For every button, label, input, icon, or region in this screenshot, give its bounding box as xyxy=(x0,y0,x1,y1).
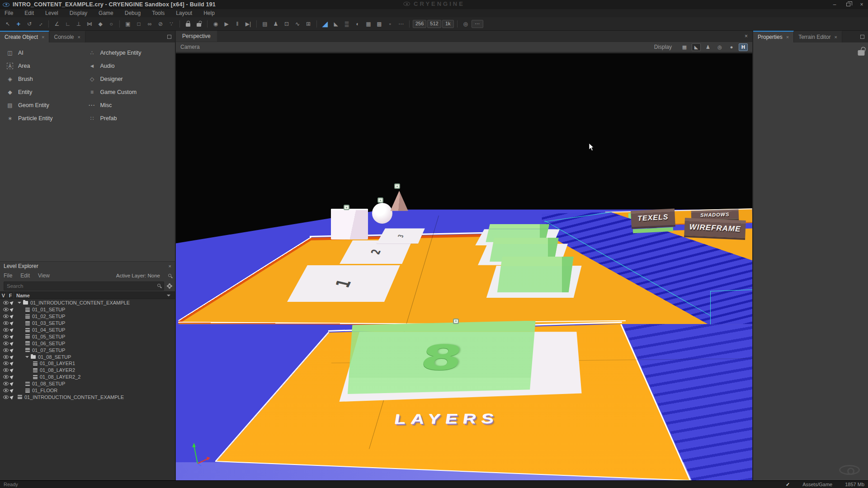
visibility-eye-icon[interactable] xyxy=(3,342,9,345)
grid-toggle[interactable]: ▦ xyxy=(680,43,689,51)
entity-gizmo-icon[interactable] xyxy=(344,205,349,210)
entity-gizmo-icon[interactable] xyxy=(453,319,459,324)
tree-row[interactable]: 01_08_SETUP xyxy=(0,380,175,387)
close-tab-icon[interactable]: × xyxy=(78,34,80,40)
viewport-3d-scene[interactable]: 1 2 3 8 LAYERS TEXELS SHADOWS WIREFRAME xyxy=(176,53,752,480)
freeze-pointer-icon[interactable] xyxy=(9,375,14,380)
close-button[interactable]: × xyxy=(858,1,865,8)
visibility-eye-icon[interactable] xyxy=(3,335,9,338)
snap-vertex[interactable]: ∟ xyxy=(63,19,73,29)
more-tools[interactable]: ⋯ xyxy=(396,19,406,29)
overflow-menu[interactable]: ⋯ xyxy=(472,20,483,28)
terrain-texture[interactable]: ◣ xyxy=(331,19,341,29)
expand-caret-icon[interactable] xyxy=(18,302,21,304)
freeze-pointer-icon[interactable] xyxy=(9,307,14,312)
camera-menu[interactable]: Camera xyxy=(180,44,200,50)
particle-entity[interactable]: ∗ Particle Entity xyxy=(6,115,89,122)
visibility-eye-icon[interactable] xyxy=(3,368,9,372)
link-objects[interactable]: ∞ xyxy=(145,19,155,29)
brush[interactable]: ◈ Brush xyxy=(6,75,89,83)
layers-3d-text[interactable]: LAYERS xyxy=(369,408,525,430)
heightmap-toggle[interactable]: H xyxy=(739,43,748,51)
freeze-pointer-icon[interactable] xyxy=(9,341,14,346)
snap-pivot[interactable]: ◆ xyxy=(95,19,105,29)
render-output[interactable]: ▫ xyxy=(385,19,395,29)
entity[interactable]: ◆ Entity xyxy=(6,89,89,96)
tab-console[interactable]: Console × xyxy=(49,31,85,42)
float-panel-icon[interactable] xyxy=(860,35,864,39)
tree-row[interactable]: 01_INTRODUCTION_CONTENT_EXAMPLE xyxy=(0,394,175,400)
tree-row[interactable]: 01_03_SETUP xyxy=(0,320,175,327)
visibility-eye-icon[interactable] xyxy=(3,355,9,359)
tree-row[interactable]: 01_08_LAYER2_2 xyxy=(0,374,175,380)
close-viewport-icon[interactable]: × xyxy=(745,33,748,39)
res-256[interactable]: 256 xyxy=(413,20,426,28)
wireframe-sign[interactable]: WIREFRAME xyxy=(684,218,746,240)
freeze-pointer-icon[interactable] xyxy=(9,327,14,332)
rotate-tool[interactable]: ↺ xyxy=(24,19,34,29)
tree-row[interactable]: 01_08_LAYER2 xyxy=(0,367,175,374)
freeze-pointer-icon[interactable] xyxy=(9,388,14,393)
ruler-toggle[interactable]: ◣ xyxy=(692,43,701,51)
geom-entity[interactable]: ▤ Geom Entity xyxy=(6,102,89,109)
unlock-icon[interactable] xyxy=(858,50,865,56)
pause-button[interactable]: ‖ xyxy=(232,19,242,29)
preview-sphere[interactable]: ◎ xyxy=(461,19,471,29)
misc[interactable]: ··· Misc xyxy=(89,102,171,109)
search-input[interactable] xyxy=(4,282,164,291)
tree-row[interactable]: 01_06_SETUP xyxy=(0,340,175,347)
green-slab-8[interactable]: 8 xyxy=(348,321,536,394)
snap-terrain[interactable]: ○ xyxy=(106,19,116,29)
freeze-pointer-icon[interactable] xyxy=(9,347,14,352)
restore-button[interactable] xyxy=(844,1,852,8)
tree-row[interactable]: 01_05_SETUP xyxy=(0,333,175,340)
menu-item[interactable]: Game xyxy=(99,10,113,16)
tree-row[interactable]: 01_01_SETUP xyxy=(0,306,175,313)
visibility-eye-icon[interactable] xyxy=(3,375,9,379)
menu-item[interactable]: Display xyxy=(70,10,87,16)
close-tab-icon[interactable]: × xyxy=(835,34,837,40)
search-icon[interactable] xyxy=(168,274,171,277)
stats-toggle[interactable]: ♟ xyxy=(703,43,712,51)
menu-item[interactable]: Debug xyxy=(125,10,141,16)
snap-surface[interactable]: ⋈ xyxy=(85,19,94,29)
menu-item[interactable]: Help xyxy=(203,10,215,16)
menu-item[interactable]: Edit xyxy=(24,10,34,16)
freeze-pointer-icon[interactable] xyxy=(9,334,14,339)
visibility-eye-icon[interactable] xyxy=(3,314,9,318)
tree-row[interactable]: 01_INTRODUCTION_CONTENT_EXAMPLE xyxy=(0,300,175,306)
res-512[interactable]: 512 xyxy=(427,20,441,28)
visibility-eye-icon[interactable] xyxy=(3,395,9,399)
vegetation-tool[interactable]: ▒ xyxy=(342,19,352,29)
menu-item[interactable]: Level xyxy=(45,10,58,16)
visibility-eye-icon[interactable] xyxy=(3,301,9,305)
visibility-eye-icon[interactable] xyxy=(3,348,9,352)
gear-icon[interactable] xyxy=(168,284,171,288)
vertex-paint[interactable]: ∵ xyxy=(166,19,176,29)
select-group[interactable]: ▣ xyxy=(123,19,133,29)
select-mask[interactable]: □ xyxy=(134,19,144,29)
float-panel-icon[interactable] xyxy=(167,35,171,39)
expand-caret-icon[interactable] xyxy=(25,356,29,358)
entity-gizmo-icon[interactable] xyxy=(394,183,400,189)
visibility-eye-icon[interactable] xyxy=(3,389,9,392)
layout-panels[interactable]: ▤ xyxy=(260,19,270,29)
freeze-pointer-icon[interactable] xyxy=(9,361,14,366)
sphere-preview[interactable]: ● xyxy=(727,43,736,51)
column-options-caret-icon[interactable] xyxy=(167,295,170,296)
freeze-pointer-icon[interactable] xyxy=(9,314,14,319)
character-tool[interactable]: ♟ xyxy=(271,19,281,29)
close-tab-icon[interactable]: × xyxy=(42,34,44,40)
time-of-day[interactable]: ◐ xyxy=(353,19,363,29)
lock-selection[interactable] xyxy=(183,19,193,29)
close-panel-icon[interactable]: × xyxy=(169,263,171,269)
freeze-pointer-icon[interactable] xyxy=(9,368,14,373)
unlink-objects[interactable]: ⊘ xyxy=(156,19,165,29)
material-editor[interactable]: ▦ xyxy=(363,19,373,29)
play-button[interactable]: ▶ xyxy=(222,19,231,29)
visibility-eye-icon[interactable] xyxy=(3,328,9,332)
prefab[interactable]: ∷ Prefab xyxy=(89,115,171,122)
safeframe-toggle[interactable]: ◎ xyxy=(715,43,724,51)
tab-create-object[interactable]: Create Object × xyxy=(0,31,49,42)
flowgraph-editor[interactable]: ⊞ xyxy=(303,19,313,29)
